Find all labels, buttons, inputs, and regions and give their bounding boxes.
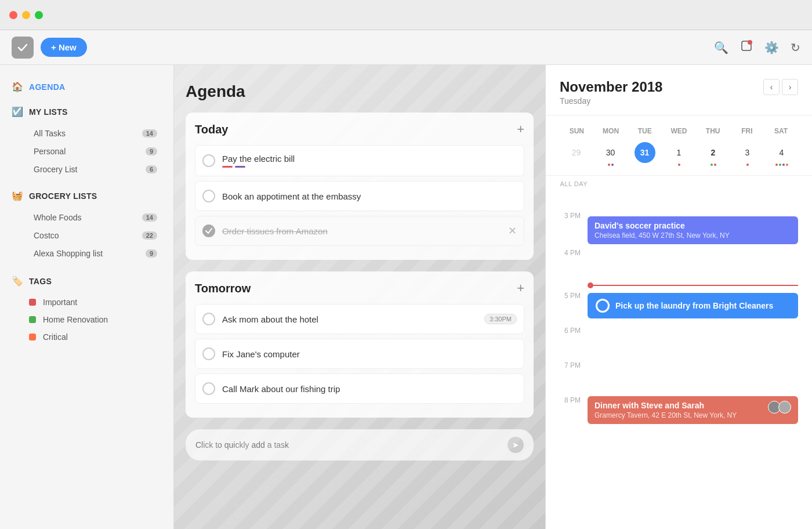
cal-month-section: November 2018 Tuesday — [560, 79, 662, 106]
event-soccer-subtitle: Chelsea field, 450 W 27th St, New York, … — [594, 231, 791, 240]
task-circle-6[interactable] — [202, 382, 215, 395]
event-dinner[interactable]: Dinner with Steve and Sarah Gramercy Tav… — [588, 396, 798, 424]
mylists-items: All Tasks 14 Personal 9 Grocery List 6 — [0, 122, 173, 181]
today-add-button[interactable]: + — [517, 122, 524, 137]
timeline: ALL DAY 3 PM David's soccer practice Che… — [546, 176, 812, 430]
sidebar-item-personal[interactable]: Personal 9 — [5, 143, 169, 160]
sidebar-item-agenda[interactable]: 🏠 AGENDA — [0, 77, 173, 97]
cal-day-thu: THU — [696, 125, 730, 137]
alltasks-label: All Tasks — [34, 129, 66, 138]
wholefoods-label: Whole Foods — [34, 213, 81, 222]
today-header: Today + — [195, 122, 524, 137]
task-item-4: Ask mom about the hotel 3:30PM — [195, 304, 524, 334]
important-label: Important — [43, 298, 77, 307]
cal-day-30[interactable]: 30 — [600, 142, 621, 163]
page-title: Agenda — [186, 82, 534, 101]
sidebar-item-grocerylists[interactable]: 🧺 Grocery Lists — [0, 186, 173, 206]
content-5pm: Pick up the laundry from Bright Cleaners — [588, 291, 798, 323]
time-7pm: 7 PM — [560, 360, 588, 369]
timeline-5pm: 5 PM Pick up the laundry from Bright Cle… — [560, 291, 798, 325]
tag-item-homerenovation[interactable]: Home Renovation — [0, 311, 173, 328]
minimize-button[interactable] — [22, 11, 30, 19]
costco-label: Costco — [34, 231, 59, 240]
cal-day-fri: FRI — [730, 125, 764, 137]
quick-add-input[interactable] — [195, 440, 502, 450]
task-item-1: Pay the electric bill — [195, 145, 524, 176]
task-circle-5[interactable] — [202, 347, 215, 360]
tomorrow-title: Tomorrow — [195, 282, 251, 295]
task-circle-4[interactable] — [202, 313, 215, 325]
sidebar-item-costco[interactable]: Costco 22 — [5, 227, 169, 244]
homerenovation-dot — [29, 316, 36, 323]
cal-days-grid: 29 30 31 1 — [560, 142, 798, 166]
notifications-icon[interactable] — [740, 39, 753, 55]
dinner-avatars — [768, 401, 791, 414]
cal-day-3[interactable]: 3 — [737, 142, 758, 163]
sidebar-item-alltasks[interactable]: All Tasks 14 — [5, 125, 169, 142]
time-3pm: 3 PM — [560, 211, 588, 220]
main-layout: 🏠 AGENDA ☑️ MY LISTS All Tasks 14 Person… — [0, 65, 812, 529]
personal-label: Personal — [34, 147, 66, 156]
grocerylist-badge: 6 — [146, 165, 157, 173]
timeline-6pm: 6 PM — [560, 325, 798, 360]
settings-icon[interactable]: ⚙️ — [764, 41, 779, 55]
dot-2-2 — [714, 164, 716, 166]
event-pickup[interactable]: Pick up the laundry from Bright Cleaners — [588, 293, 798, 318]
event-soccer-title: David's soccer practice — [594, 221, 791, 230]
quick-add-send-button[interactable]: ➤ — [507, 437, 524, 453]
cal-day-31[interactable]: 31 — [635, 142, 655, 163]
refresh-icon[interactable]: ↻ — [791, 41, 800, 55]
wholefoods-badge: 14 — [142, 213, 157, 222]
important-dot — [29, 299, 36, 306]
toolbar-right: 🔍 ⚙️ ↻ — [714, 39, 800, 55]
tags-label: TAGS — [29, 277, 52, 286]
event-soccer[interactable]: David's soccer practice Chelsea field, 4… — [588, 216, 798, 244]
tomorrow-add-button[interactable]: + — [517, 281, 524, 296]
sidebar-item-wholefoods[interactable]: Whole Foods 14 — [5, 209, 169, 226]
tag-item-critical[interactable]: Critical — [0, 328, 173, 346]
tasks-panel: Agenda Today + Pay the electric bill — [174, 65, 545, 529]
timeline-allday: ALL DAY — [560, 176, 798, 211]
sidebar-item-grocerylist[interactable]: Grocery List 6 — [5, 161, 169, 178]
allday-label: ALL DAY — [560, 176, 588, 192]
sidebar: 🏠 AGENDA ☑️ MY LISTS All Tasks 14 Person… — [0, 65, 174, 529]
cal-day-29[interactable]: 29 — [566, 142, 587, 163]
search-icon[interactable]: 🔍 — [714, 41, 728, 55]
now-indicator — [560, 282, 798, 288]
sidebar-section-tags: 🏷️ TAGS Important Home Renovation Critic… — [0, 271, 173, 348]
personal-badge: 9 — [146, 147, 157, 155]
cal-nav: ‹ › — [763, 79, 798, 95]
maximize-button[interactable] — [35, 11, 43, 19]
task-circle-2[interactable] — [202, 190, 215, 202]
app-logo[interactable] — [12, 37, 34, 59]
task-circle-1[interactable] — [202, 154, 215, 167]
content-3pm: David's soccer practice Chelsea field, 4… — [588, 211, 798, 248]
cal-day-2[interactable]: 2 — [703, 142, 724, 163]
cal-day-sun: SUN — [560, 125, 594, 137]
sidebar-item-tags[interactable]: 🏷️ TAGS — [0, 271, 173, 291]
task-dismiss-3[interactable]: ✕ — [508, 224, 517, 237]
now-line — [593, 285, 798, 286]
cal-prev-button[interactable]: ‹ — [763, 79, 780, 95]
critical-dot — [29, 334, 36, 340]
title-bar — [0, 0, 812, 30]
tag-item-important[interactable]: Important — [0, 294, 173, 311]
timeline-7pm: 7 PM — [560, 360, 798, 395]
new-button[interactable]: + New — [41, 38, 87, 57]
sidebar-item-mylists[interactable]: ☑️ MY LISTS — [0, 102, 173, 122]
cal-day-1[interactable]: 1 — [669, 142, 690, 163]
cal-next-button[interactable]: › — [782, 79, 798, 95]
dot-1-1 — [678, 164, 680, 166]
time-5pm: 5 PM — [560, 291, 588, 300]
cal-weekday-label: Tuesday — [560, 96, 662, 106]
dot-2-1 — [710, 164, 713, 166]
cal-header-row: November 2018 Tuesday ‹ › — [560, 79, 798, 106]
task-text-6: Call Mark about our fishing trip — [222, 384, 517, 394]
cal-day-4[interactable]: 4 — [771, 142, 792, 163]
task-item-3: Order tissues from Amazon ✕ — [195, 216, 524, 246]
close-button[interactable] — [9, 11, 17, 19]
task-circle-3[interactable] — [202, 224, 215, 237]
sidebar-item-alexashopping[interactable]: Alexa Shopping list 9 — [5, 245, 169, 262]
tomorrow-section: Tomorrow + Ask mom about the hotel 3:30P… — [186, 271, 534, 418]
content-8pm: Dinner with Steve and Sarah Gramercy Tav… — [588, 395, 798, 427]
